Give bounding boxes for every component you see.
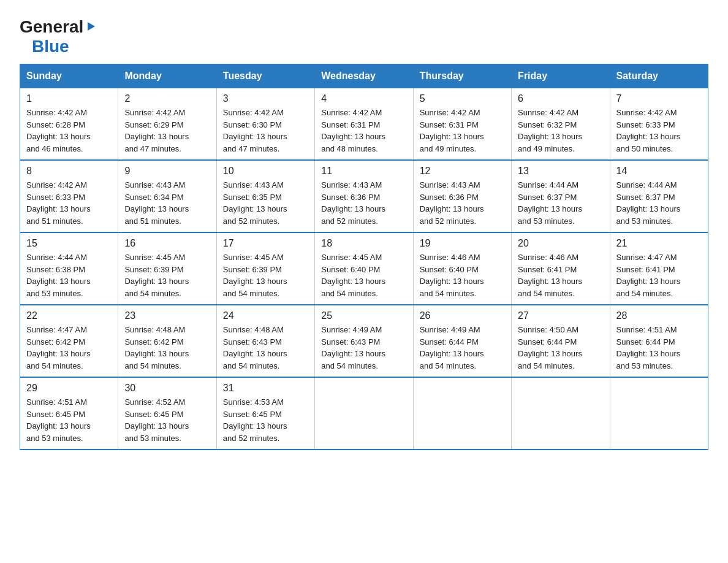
day-number: 12: [420, 166, 505, 177]
day-info: Sunrise: 4:45 AMSunset: 6:39 PMDaylight:…: [223, 251, 308, 299]
calendar-cell: 5Sunrise: 4:42 AMSunset: 6:31 PMDaylight…: [413, 88, 511, 161]
day-info: Sunrise: 4:42 AMSunset: 6:32 PMDaylight:…: [518, 107, 603, 155]
header-monday: Monday: [118, 64, 216, 88]
calendar-cell: 10Sunrise: 4:43 AMSunset: 6:35 PMDayligh…: [216, 160, 314, 232]
day-number: 2: [124, 93, 210, 104]
day-info: Sunrise: 4:44 AMSunset: 6:37 PMDaylight:…: [518, 179, 603, 227]
day-info: Sunrise: 4:43 AMSunset: 6:36 PMDaylight:…: [321, 179, 406, 227]
day-number: 29: [26, 383, 112, 394]
day-number: 18: [321, 238, 406, 249]
day-info: Sunrise: 4:42 AMSunset: 6:28 PMDaylight:…: [26, 107, 112, 155]
day-info: Sunrise: 4:42 AMSunset: 6:31 PMDaylight:…: [420, 107, 505, 155]
day-info: Sunrise: 4:48 AMSunset: 6:42 PMDaylight:…: [124, 324, 210, 372]
calendar-cell: 25Sunrise: 4:49 AMSunset: 6:43 PMDayligh…: [315, 305, 413, 377]
day-info: Sunrise: 4:50 AMSunset: 6:44 PMDaylight:…: [518, 324, 603, 372]
calendar-cell: 20Sunrise: 4:46 AMSunset: 6:41 PMDayligh…: [512, 232, 610, 305]
week-row-3: 15Sunrise: 4:44 AMSunset: 6:38 PMDayligh…: [20, 232, 708, 305]
day-info: Sunrise: 4:42 AMSunset: 6:33 PMDaylight:…: [616, 107, 702, 155]
day-number: 5: [420, 93, 505, 104]
day-number: 4: [321, 93, 406, 104]
day-info: Sunrise: 4:51 AMSunset: 6:45 PMDaylight:…: [26, 396, 112, 444]
calendar-cell: 17Sunrise: 4:45 AMSunset: 6:39 PMDayligh…: [216, 232, 314, 305]
calendar-cell: 23Sunrise: 4:48 AMSunset: 6:42 PMDayligh…: [118, 305, 216, 377]
day-number: 19: [420, 238, 505, 249]
day-number: 27: [518, 310, 603, 321]
header-friday: Friday: [512, 64, 610, 88]
header-sunday: Sunday: [20, 64, 118, 88]
calendar-cell: [512, 377, 610, 450]
calendar-cell: 13Sunrise: 4:44 AMSunset: 6:37 PMDayligh…: [512, 160, 610, 232]
day-number: 14: [616, 166, 702, 177]
header-saturday: Saturday: [610, 64, 708, 88]
calendar-table: SundayMondayTuesdayWednesdayThursdayFrid…: [20, 64, 708, 450]
calendar-cell: 8Sunrise: 4:42 AMSunset: 6:33 PMDaylight…: [20, 160, 118, 232]
day-number: 31: [223, 383, 308, 394]
day-number: 20: [518, 238, 603, 249]
day-number: 25: [321, 310, 406, 321]
day-number: 8: [26, 166, 112, 177]
calendar-cell: 2Sunrise: 4:42 AMSunset: 6:29 PMDaylight…: [118, 88, 216, 161]
day-info: Sunrise: 4:53 AMSunset: 6:45 PMDaylight:…: [223, 396, 308, 444]
calendar-cell: [413, 377, 511, 450]
header-row: SundayMondayTuesdayWednesdayThursdayFrid…: [20, 64, 708, 88]
day-info: Sunrise: 4:49 AMSunset: 6:43 PMDaylight:…: [321, 324, 406, 372]
day-number: 23: [124, 310, 210, 321]
calendar-cell: 12Sunrise: 4:43 AMSunset: 6:36 PMDayligh…: [413, 160, 511, 232]
calendar-cell: 19Sunrise: 4:46 AMSunset: 6:40 PMDayligh…: [413, 232, 511, 305]
day-number: 3: [223, 93, 308, 104]
day-number: 6: [518, 93, 603, 104]
day-number: 17: [223, 238, 308, 249]
calendar-cell: 4Sunrise: 4:42 AMSunset: 6:31 PMDaylight…: [315, 88, 413, 161]
calendar-cell: 16Sunrise: 4:45 AMSunset: 6:39 PMDayligh…: [118, 232, 216, 305]
page-header: General Blue: [20, 15, 708, 56]
calendar-cell: 21Sunrise: 4:47 AMSunset: 6:41 PMDayligh…: [610, 232, 708, 305]
day-info: Sunrise: 4:45 AMSunset: 6:39 PMDaylight:…: [124, 251, 210, 299]
day-info: Sunrise: 4:45 AMSunset: 6:40 PMDaylight:…: [321, 251, 406, 299]
day-info: Sunrise: 4:42 AMSunset: 6:30 PMDaylight:…: [223, 107, 308, 155]
calendar-cell: [610, 377, 708, 450]
calendar-cell: 7Sunrise: 4:42 AMSunset: 6:33 PMDaylight…: [610, 88, 708, 161]
day-info: Sunrise: 4:49 AMSunset: 6:44 PMDaylight:…: [420, 324, 505, 372]
day-info: Sunrise: 4:44 AMSunset: 6:37 PMDaylight:…: [616, 179, 702, 227]
day-number: 21: [616, 238, 702, 249]
header-wednesday: Wednesday: [315, 64, 413, 88]
calendar-cell: 18Sunrise: 4:45 AMSunset: 6:40 PMDayligh…: [315, 232, 413, 305]
day-info: Sunrise: 4:47 AMSunset: 6:41 PMDaylight:…: [616, 251, 702, 299]
header-thursday: Thursday: [413, 64, 511, 88]
day-number: 10: [223, 166, 308, 177]
calendar-cell: 27Sunrise: 4:50 AMSunset: 6:44 PMDayligh…: [512, 305, 610, 377]
calendar-cell: 22Sunrise: 4:47 AMSunset: 6:42 PMDayligh…: [20, 305, 118, 377]
day-info: Sunrise: 4:51 AMSunset: 6:44 PMDaylight:…: [616, 324, 702, 372]
day-number: 9: [124, 166, 210, 177]
day-number: 13: [518, 166, 603, 177]
calendar-cell: 24Sunrise: 4:48 AMSunset: 6:43 PMDayligh…: [216, 305, 314, 377]
day-number: 11: [321, 166, 406, 177]
calendar-cell: 6Sunrise: 4:42 AMSunset: 6:32 PMDaylight…: [512, 88, 610, 161]
day-info: Sunrise: 4:42 AMSunset: 6:31 PMDaylight:…: [321, 107, 406, 155]
calendar-cell: 30Sunrise: 4:52 AMSunset: 6:45 PMDayligh…: [118, 377, 216, 450]
day-number: 24: [223, 310, 308, 321]
day-info: Sunrise: 4:42 AMSunset: 6:33 PMDaylight:…: [26, 179, 112, 227]
logo-general-text: General: [20, 17, 83, 37]
calendar-cell: 26Sunrise: 4:49 AMSunset: 6:44 PMDayligh…: [413, 305, 511, 377]
day-info: Sunrise: 4:42 AMSunset: 6:29 PMDaylight:…: [124, 107, 210, 155]
day-number: 22: [26, 310, 112, 321]
day-info: Sunrise: 4:43 AMSunset: 6:34 PMDaylight:…: [124, 179, 210, 227]
svg-marker-0: [88, 22, 95, 31]
day-info: Sunrise: 4:46 AMSunset: 6:41 PMDaylight:…: [518, 251, 603, 299]
calendar-cell: 3Sunrise: 4:42 AMSunset: 6:30 PMDaylight…: [216, 88, 314, 161]
day-info: Sunrise: 4:43 AMSunset: 6:35 PMDaylight:…: [223, 179, 308, 227]
day-number: 16: [124, 238, 210, 249]
day-info: Sunrise: 4:44 AMSunset: 6:38 PMDaylight:…: [26, 251, 112, 299]
day-number: 1: [26, 93, 112, 104]
header-tuesday: Tuesday: [216, 64, 314, 88]
calendar-cell: 28Sunrise: 4:51 AMSunset: 6:44 PMDayligh…: [610, 305, 708, 377]
week-row-1: 1Sunrise: 4:42 AMSunset: 6:28 PMDaylight…: [20, 88, 708, 161]
logo-blue-text: Blue: [32, 37, 69, 56]
day-info: Sunrise: 4:47 AMSunset: 6:42 PMDaylight:…: [26, 324, 112, 372]
day-number: 26: [420, 310, 505, 321]
logo: General Blue: [20, 17, 96, 56]
day-info: Sunrise: 4:52 AMSunset: 6:45 PMDaylight:…: [124, 396, 210, 444]
calendar-cell: [315, 377, 413, 450]
calendar-cell: 29Sunrise: 4:51 AMSunset: 6:45 PMDayligh…: [20, 377, 118, 450]
